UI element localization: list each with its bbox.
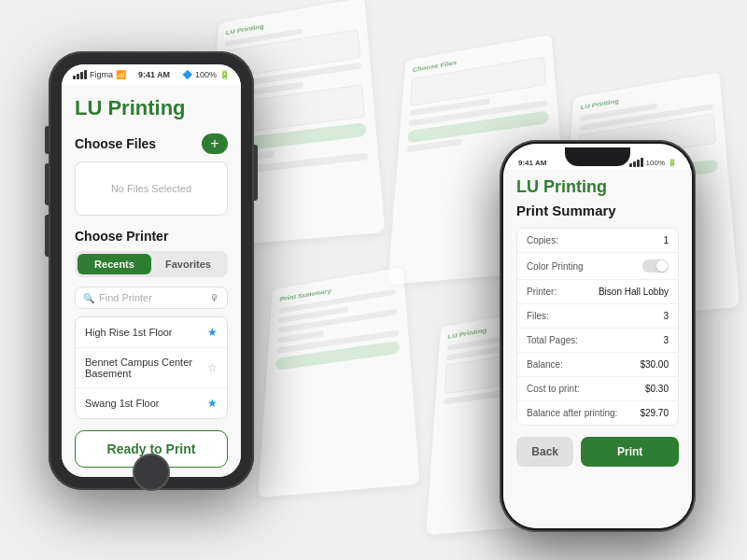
printer-name-2: Bennet Campus Center Basement bbox=[85, 357, 207, 379]
status-left: Figma 📶 bbox=[73, 70, 126, 79]
app-content-1: LU Printing Choose Files + No Files Sele… bbox=[62, 85, 241, 477]
action-buttons: Back Print bbox=[516, 437, 679, 467]
summary-row-balance: Balance: $30.00 bbox=[517, 353, 678, 377]
print-summary-title: Print Summary bbox=[516, 203, 679, 218]
battery-icon-2: 🔋 bbox=[668, 159, 677, 167]
cost-label: Cost to print: bbox=[527, 384, 580, 394]
back-button[interactable]: Back bbox=[516, 437, 573, 467]
signal-bar-1 bbox=[73, 76, 76, 79]
phone-1: Figma 📶 9:41 AM 🔷 100% 🔋 LU Printing Cho… bbox=[49, 51, 254, 490]
signal-bar-3 bbox=[80, 72, 83, 79]
star-icon-2: ☆ bbox=[207, 361, 218, 374]
summary-row-printer: Printer: Bison Hall Lobby bbox=[517, 280, 678, 304]
home-button[interactable] bbox=[133, 454, 170, 491]
status-right: 🔷 100% 🔋 bbox=[182, 70, 230, 79]
phone-1-screen: Figma 📶 9:41 AM 🔷 100% 🔋 LU Printing Cho… bbox=[62, 64, 241, 477]
phone-1-mute-button bbox=[45, 126, 49, 154]
balance-after-label: Balance after printing: bbox=[527, 408, 617, 418]
phone-1-power-button bbox=[254, 145, 258, 201]
printer-row[interactable]: High Rise 1st Floor ★ bbox=[76, 317, 227, 348]
files-box: No Files Selected bbox=[75, 161, 228, 216]
balance-label: Balance: bbox=[527, 359, 563, 370]
summary-row-color: Color Printing bbox=[517, 253, 678, 280]
signal-bar-a bbox=[629, 163, 632, 167]
notch bbox=[565, 147, 630, 166]
summary-table: Copies: 1 Color Printing Printer: Bison … bbox=[516, 228, 679, 426]
total-pages-label: Total Pages: bbox=[527, 335, 578, 345]
printer-row[interactable]: Swang 1st Floor ★ bbox=[76, 388, 227, 418]
search-placeholder: Find Printer bbox=[99, 292, 205, 303]
choose-files-label: Choose Files bbox=[75, 136, 156, 151]
battery-label-2: 100% bbox=[646, 159, 665, 167]
app-content-2: LU Printing Print Summary Copies: 1 Colo… bbox=[503, 170, 692, 528]
summary-row-copies: Copies: 1 bbox=[517, 229, 678, 253]
phone-1-vol-up-button bbox=[45, 163, 49, 205]
signal-bars-2 bbox=[629, 158, 643, 167]
printer-tabs: Recents Favorites bbox=[75, 251, 228, 277]
summary-row-balance-after: Balance after printing: $29.70 bbox=[517, 401, 678, 425]
print-button[interactable]: Print bbox=[581, 437, 679, 467]
signal-bar-2 bbox=[77, 74, 79, 79]
search-icon: 🔍 bbox=[83, 293, 94, 303]
printer-label: Printer: bbox=[527, 287, 557, 297]
signal-bar-b bbox=[633, 161, 636, 167]
add-files-button[interactable]: + bbox=[202, 133, 228, 154]
wifi-icon: 📶 bbox=[116, 70, 126, 79]
signal-bar-4 bbox=[84, 70, 87, 79]
phone-1-vol-down-button bbox=[45, 215, 49, 257]
choose-printer-section: Choose Printer Recents Favorites 🔍 Find … bbox=[75, 229, 228, 419]
copies-value: 1 bbox=[663, 235, 669, 245]
signal-bar-c bbox=[637, 160, 640, 167]
battery-label: 100% bbox=[195, 70, 217, 79]
cost-value: $0.30 bbox=[645, 384, 669, 394]
bluetooth-icon: 🔷 bbox=[182, 70, 192, 79]
printer-name-3: Swang 1st Floor bbox=[85, 398, 159, 409]
app-title-2: LU Printing bbox=[516, 177, 679, 197]
battery-icon: 🔋 bbox=[219, 70, 230, 79]
choose-printer-label: Choose Printer bbox=[75, 229, 228, 244]
toggle-thumb bbox=[656, 260, 668, 272]
app-title-1: LU Printing bbox=[75, 96, 228, 120]
files-label: Files: bbox=[527, 311, 549, 321]
balance-value: $30.00 bbox=[640, 359, 669, 370]
summary-row-pages: Total Pages: 3 bbox=[517, 329, 678, 353]
color-toggle[interactable] bbox=[642, 259, 669, 273]
status-bar-1: Figma 📶 9:41 AM 🔷 100% 🔋 bbox=[62, 64, 241, 85]
status-time: 9:41 AM bbox=[518, 159, 546, 167]
bg-wireframe-4: Print Summary bbox=[258, 267, 420, 497]
printer-list: High Rise 1st Floor ★ Bennet Campus Cent… bbox=[75, 316, 228, 419]
color-printing-label: Color Printing bbox=[527, 261, 584, 272]
star-icon-3: ★ bbox=[207, 397, 218, 410]
summary-row-cost: Cost to print: $0.30 bbox=[517, 377, 678, 401]
clock: 9:41 AM bbox=[138, 70, 170, 79]
balance-after-value: $29.70 bbox=[640, 408, 669, 418]
tab-recents[interactable]: Recents bbox=[78, 254, 151, 274]
tab-favorites[interactable]: Favorites bbox=[151, 254, 225, 274]
printer-value: Bison Hall Lobby bbox=[599, 287, 669, 297]
phone-2-screen: 9:41 AM 100% 🔋 LU Printing Print Summary… bbox=[503, 144, 692, 528]
summary-row-files: Files: 3 bbox=[517, 304, 678, 329]
signal-bar-d bbox=[641, 158, 643, 167]
printer-name-1: High Rise 1st Floor bbox=[85, 327, 173, 338]
choose-files-header: Choose Files + bbox=[75, 133, 228, 154]
star-icon-1: ★ bbox=[207, 326, 218, 339]
no-files-text: No Files Selected bbox=[111, 183, 191, 194]
total-pages-value: 3 bbox=[663, 335, 669, 345]
mic-icon: 🎙 bbox=[210, 293, 219, 303]
phone-2: 9:41 AM 100% 🔋 LU Printing Print Summary… bbox=[500, 140, 696, 532]
printer-row[interactable]: Bennet Campus Center Basement ☆ bbox=[76, 348, 227, 388]
copies-label: Copies: bbox=[527, 235, 558, 245]
carrier-label: Figma bbox=[90, 70, 113, 79]
search-row[interactable]: 🔍 Find Printer 🎙 bbox=[75, 287, 228, 309]
files-value: 3 bbox=[663, 311, 669, 321]
signal-bars bbox=[73, 70, 87, 79]
status-right-2: 100% 🔋 bbox=[629, 158, 677, 167]
